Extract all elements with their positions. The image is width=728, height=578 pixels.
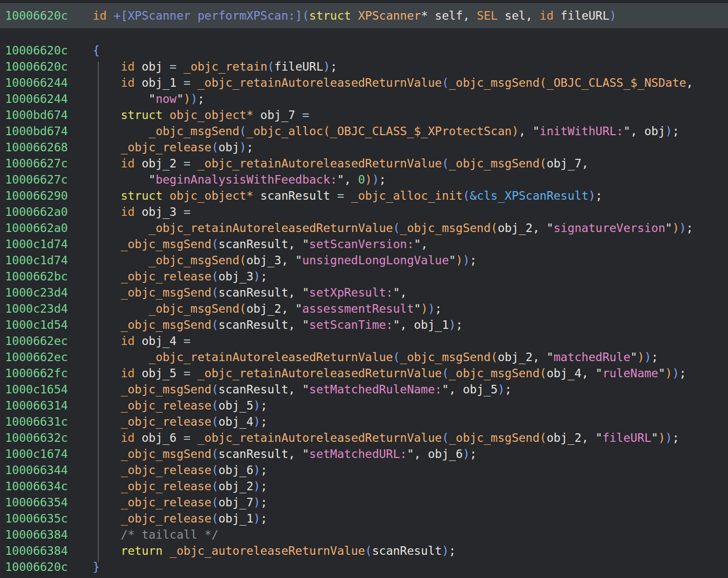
code-line[interactable]: 10006632c id obj_6 = _objc_retainAutorel… (0, 430, 728, 446)
code-token-pl: * self, (421, 9, 477, 22)
code-token-fn: _objc_alloc_init (351, 189, 463, 202)
code-text[interactable]: _objc_msgSend(scanResult, "setMatchedURL… (93, 446, 477, 462)
code-text[interactable]: _objc_release(obj_6); (93, 462, 267, 478)
address-gutter: 100066244 (0, 91, 93, 107)
code-line[interactable]: 1000bd674 _objc_msgSend(_objc_alloc(_OBJ… (0, 123, 728, 139)
code-line[interactable]: 10006635c _objc_release(obj_1); (0, 510, 728, 527)
code-text[interactable]: _objc_msgSend(scanResult, "setXpResult:"… (93, 284, 407, 301)
scope-guide-line (98, 62, 99, 562)
code-line[interactable]: 100066268 _objc_release(obj); (0, 139, 728, 155)
code-line[interactable]: 100066354 _objc_release(obj_7); (0, 494, 728, 510)
code-token-p1: ) (323, 60, 330, 73)
code-line[interactable]: 1000c1d54 _objc_msgSend(scanResult, "set… (0, 317, 728, 333)
code-text[interactable]: id obj_2 = _objc_retainAutoreleasedRetur… (93, 155, 588, 171)
code-token-pl: scanResult (254, 189, 337, 202)
code-text[interactable]: "now")); (93, 91, 205, 107)
code-text[interactable]: _objc_msgSend(obj_3, "unsignedLongLongVa… (93, 252, 477, 268)
code-line[interactable]: 1000c23d4 _objc_msgSend(scanResult, "set… (0, 284, 728, 301)
code-token-fn: _OBJC_CLASS_$_XProtectScan (330, 125, 512, 138)
code-token-pl: ; (260, 496, 267, 509)
code-token-pl (93, 512, 120, 525)
code-text[interactable]: _objc_release(obj_4); (93, 414, 267, 430)
code-line[interactable]: 1000662ec id obj_4 = (0, 333, 728, 349)
code-line[interactable]: 10006627c "beginAnalysisWithFeedback:", … (0, 171, 728, 188)
address-gutter: 10006620c (0, 42, 93, 59)
code-line[interactable]: 10006620c{ (0, 42, 728, 59)
code-token-pl (93, 189, 120, 202)
code-token-p1: ( (442, 157, 449, 170)
code-token-p1: ( (211, 399, 218, 412)
code-text[interactable]: _objc_release(obj_3); (93, 268, 267, 284)
code-text[interactable]: /* tailcall */ (93, 527, 218, 543)
code-token-pl (93, 254, 149, 267)
code-line[interactable]: 10006620c id obj = _objc_retain(fileURL)… (0, 59, 728, 75)
code-text[interactable]: id obj_1 = _objc_retainAutoreleasedRetur… (93, 75, 693, 91)
code-text[interactable]: id obj = _objc_retain(fileURL); (93, 59, 337, 75)
code-text[interactable]: _objc_retainAutoreleasedReturnValue(_obj… (93, 220, 693, 236)
code-line[interactable]: 1000c1d74 _objc_msgSend(obj_3, "unsigned… (0, 252, 728, 268)
code-token-fn: _objc_release (120, 270, 211, 283)
code-line[interactable]: 1000662bc _objc_release(obj_3); (0, 268, 728, 284)
code-text[interactable]: struct objc_object* scanResult = _objc_a… (93, 188, 602, 204)
code-line[interactable]: 10006627c id obj_2 = _objc_retainAutorel… (0, 155, 728, 171)
code-line[interactable]: 1000662fc id obj_5 = _objc_retainAutorel… (0, 365, 728, 381)
code-token-p2: ( (491, 221, 498, 235)
code-text[interactable]: struct objc_object* obj_7 = (93, 107, 309, 123)
function-signature-line[interactable]: 10006620c id +[XPScanner performXPScan:]… (0, 3, 728, 28)
code-token-pl: ; (679, 367, 686, 380)
code-text[interactable]: id obj_4 = (93, 333, 191, 349)
code-token-pl (93, 334, 120, 348)
code-line[interactable]: 100066384 return _objc_autoreleaseReturn… (0, 543, 728, 559)
code-token-pl (93, 544, 120, 557)
code-line[interactable]: 100066244 "now")); (0, 91, 728, 107)
code-text[interactable]: _objc_release(obj); (93, 139, 254, 155)
code-line[interactable]: 1000c1674 _objc_msgSend(scanResult, "set… (0, 446, 728, 462)
address-gutter: 10006620c (0, 59, 93, 75)
code-text[interactable]: _objc_msgSend(_objc_alloc(_OBJC_CLASS_$_… (93, 123, 679, 139)
code-token-pl (93, 221, 149, 235)
code-text[interactable]: id obj_5 = _objc_retainAutoreleasedRetur… (93, 365, 686, 381)
code-line[interactable]: 1000c1d74 _objc_msgSend(scanResult, "set… (0, 236, 728, 252)
code-token-p1: ( (211, 286, 218, 299)
code-token-pl: obj_7 (218, 496, 253, 509)
code-token-pl: ; (449, 544, 456, 557)
code-line[interactable]: 1000bd674 struct objc_object* obj_7 = (0, 107, 728, 123)
code-line[interactable]: 100066384 /* tailcall */ (0, 527, 728, 543)
code-line[interactable]: 1000662a0 _objc_retainAutoreleasedReturn… (0, 220, 728, 236)
code-text[interactable]: return _objc_autoreleaseReturnValue(scan… (93, 543, 456, 559)
code-line[interactable]: 10006620c} (0, 559, 728, 575)
code-line[interactable]: 100066244 id obj_1 = _objc_retainAutorel… (0, 75, 728, 91)
code-token-pl: scanResult, " (218, 383, 309, 396)
code-text[interactable]: _objc_release(obj_1); (93, 510, 267, 527)
code-line[interactable]: 1000662ec _objc_retainAutoreleasedReturn… (0, 349, 728, 365)
code-text[interactable]: _objc_msgSend(scanResult, "setMatchedRul… (93, 381, 512, 397)
code-text[interactable]: _objc_release(obj_5); (93, 397, 267, 414)
code-text[interactable]: _objc_retainAutoreleasedReturnValue(_obj… (93, 349, 658, 365)
code-text[interactable]: _objc_msgSend(scanResult, "setScanVersio… (93, 236, 428, 252)
code-text[interactable]: id obj_6 = _objc_retainAutoreleasedRetur… (93, 430, 679, 446)
code-token-ty: return (120, 544, 162, 557)
code-text[interactable]: _objc_msgSend(obj_2, "assessmentResult")… (93, 301, 442, 317)
address-gutter: 10006627c (0, 171, 93, 188)
code-line[interactable]: 1000c23d4 _objc_msgSend(obj_2, "assessme… (0, 301, 728, 317)
code-token-fn: _objc_alloc (247, 125, 323, 138)
code-text[interactable]: _objc_release(obj_7); (93, 494, 267, 510)
code-line[interactable]: 1000c1654 _objc_msgSend(scanResult, "set… (0, 381, 728, 397)
code-text[interactable]: _objc_release(obj_2); (93, 478, 267, 494)
code-text[interactable]: { (93, 42, 100, 59)
code-line[interactable]: 10006631c _objc_release(obj_4); (0, 414, 728, 430)
code-text[interactable]: _objc_msgSend(scanResult, "setScanTime:"… (93, 317, 463, 333)
code-line[interactable]: 100066344 _objc_release(obj_6); (0, 462, 728, 478)
code-line[interactable]: 10006634c _objc_release(obj_2); (0, 478, 728, 494)
code-line[interactable]: 100066314 _objc_release(obj_5); (0, 397, 728, 414)
code-line[interactable]: 1000662a0 id obj_3 = (0, 204, 728, 220)
code-token-fn: _objc_msgSend (449, 157, 539, 170)
code-text[interactable]: id obj_3 = (93, 204, 191, 220)
code-line[interactable]: 100066290 struct objc_object* scanResult… (0, 188, 728, 204)
code-text[interactable]: "beginAnalysisWithFeedback:", 0)); (93, 171, 386, 188)
code-token-pl: ; (260, 464, 267, 477)
code-token-pl (93, 318, 120, 331)
function-signature-code[interactable]: id +[XPScanner performXPScan:](struct XP… (93, 8, 617, 24)
code-token-pl: obj_7 (254, 108, 302, 122)
code-token-fn: _objc_retainAutoreleasedReturnValue (149, 351, 393, 364)
